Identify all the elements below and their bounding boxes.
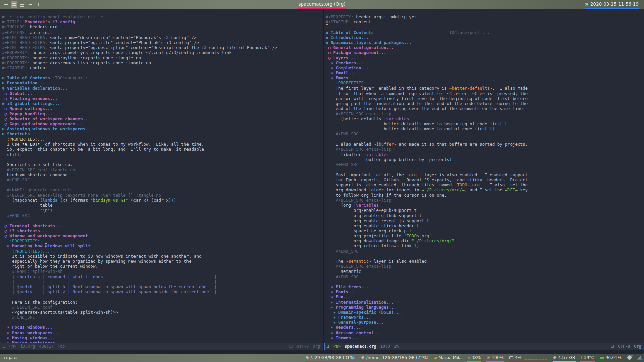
status-module-memory[interactable]: ◉4.57 GB bbox=[553, 354, 576, 362]
media-controls: ◀◀▶▶▶ bbox=[3, 354, 17, 362]
buffer-window-spacemacs-org[interactable]: #+PROPERTY: header-args: :mkdirp yes#+ST… bbox=[324, 9, 644, 343]
module-label: 4.57 GB bbox=[558, 355, 575, 360]
workspace-button-4[interactable] bbox=[27, 1, 34, 8]
module-label: /home: 126 GB/185 GB (72%) bbox=[366, 355, 429, 360]
buffer-line bbox=[2, 182, 323, 187]
clock-widget[interactable]: ◷ 2020-03-15 11-56-19 bbox=[585, 0, 639, 9]
cpu-graph: ________ bbox=[525, 355, 548, 360]
buffer-line: #+HTML_HEAD_EXTRA: <meta name="descripti… bbox=[2, 35, 323, 40]
buffer-line: ⊛ Shortcuts bbox=[2, 131, 323, 136]
workspace-switcher: + bbox=[3, 0, 42, 9]
buffer-line: ⚘ Domain-specific (DSLs)... bbox=[326, 310, 644, 315]
status-module-discord[interactable] bbox=[627, 354, 632, 362]
buffer-line: #+HTML_HEAD_EXTRA: <meta property="og:ti… bbox=[2, 40, 323, 45]
disk-icon: ◉ bbox=[553, 356, 557, 359]
status-module-temperature[interactable]: 39°C bbox=[580, 354, 595, 362]
buffer-line: bindsym shortcut command bbox=[2, 172, 323, 177]
workspace-button-1[interactable] bbox=[3, 1, 9, 8]
disk-icon: ◉ bbox=[306, 356, 309, 359]
buffer-line bbox=[2, 294, 323, 299]
workspace-button-3[interactable] bbox=[19, 1, 25, 8]
buffer-line bbox=[2, 70, 323, 75]
tray-badge: ts bbox=[640, 358, 643, 360]
buffer-line: | $mod+v | split v | Next window to spaw… bbox=[2, 289, 323, 294]
buffer-line: #+BEGIN_SRC conf :tangle no bbox=[2, 167, 323, 172]
buffer-line: #+BEGIN_SRC emacs-lisp bbox=[326, 111, 644, 116]
buffer-line: :PROPERTIES:... bbox=[2, 238, 323, 243]
buffer-line: (org :variables bbox=[326, 203, 644, 208]
buffer-line: # -*- org-confirm-babel-evaluate: nil -*… bbox=[2, 14, 323, 19]
buffer-line: #+END_SRC bbox=[326, 131, 644, 136]
media-next-button[interactable]: ▶▶ bbox=[14, 357, 17, 359]
window-number: 1 bbox=[3, 344, 5, 349]
buffer-line: ○ Global... bbox=[2, 91, 323, 96]
status-module-volume[interactable]: ◀38% bbox=[467, 354, 482, 362]
buffer-line: |-----------+---------+-----------------… bbox=[2, 279, 323, 284]
evil-state-indicator: <N> bbox=[333, 344, 341, 349]
status-module-network-tray[interactable]: ts bbox=[637, 354, 642, 362]
module-label: /: 29 GB/98 GB (31%) bbox=[311, 355, 356, 360]
buffer-line: ∗ File trees... bbox=[326, 284, 644, 289]
buffer-line: ⚘ Frameworks... bbox=[326, 315, 644, 320]
buffer-line: ∗ Version control... bbox=[326, 330, 644, 335]
status-module-disk-root[interactable]: ◉/: 29 GB/98 GB (31%) bbox=[305, 354, 356, 362]
buffer-line: The ~semantic~ layer is also enabled. bbox=[326, 259, 644, 264]
buffer-line: org-download folder for images in =~/Pic… bbox=[326, 187, 644, 192]
buffer-line: It is possible to indicate to i3 how win… bbox=[2, 254, 323, 259]
buffer-line: cursor will respectively first move to t… bbox=[326, 96, 644, 101]
buffer-line: #+BEGIN_SRC emacs-lisp bbox=[326, 264, 644, 269]
buffer-window-i3-org[interactable]: # -*- org-confirm-babel-evaluate: nil -*… bbox=[0, 9, 323, 343]
buffer-line: #+END_SRC bbox=[2, 213, 323, 218]
buffer-line: ○ Window and workspace management bbox=[2, 233, 323, 238]
cursor-position: 10:0 bbox=[380, 344, 390, 349]
buffer-line: especially how they are organized by spa… bbox=[2, 259, 323, 264]
buffer-line: ○ Popup handling... bbox=[2, 111, 323, 116]
echo-area bbox=[0, 350, 644, 354]
buffer-line: ∗ Fun... bbox=[326, 294, 644, 299]
buffer-line: org-enable-epub-support t bbox=[326, 208, 644, 213]
buffer-line: org-return-follows-link t) bbox=[326, 243, 644, 248]
buffer-line: #+END_SRC bbox=[326, 162, 644, 167]
buffer-line: #+BEGIN_SRC emacs-lisp bbox=[326, 147, 644, 152]
workspace-button-5-add[interactable]: + bbox=[35, 1, 42, 8]
buffer-line: ∗ Emacs bbox=[326, 75, 644, 80]
workspace-button-2[interactable] bbox=[11, 1, 17, 8]
buffer-line: it so that when a command equivalent to … bbox=[326, 91, 644, 96]
major-mode-indicator: Org bbox=[634, 344, 641, 349]
buffer-line: ∗ Internationalization... bbox=[326, 300, 644, 305]
desktop: + spacemacs.org (Org) ◷ 2020-03-15 11-56… bbox=[0, 0, 644, 362]
status-module-disk-home[interactable]: ◉/home: 126 GB/185 GB (72%) bbox=[361, 354, 429, 362]
status-module-cpu[interactable]: 4%________ bbox=[509, 354, 548, 362]
buffer-line: :PROPERTIES:... bbox=[2, 137, 323, 142]
cursor-position: 438:17 bbox=[39, 344, 53, 349]
buffer-line: #+PROPERTY: header-args :noweb yes :expo… bbox=[2, 50, 323, 55]
modeline-active: 2 <N> spacemacs.org 10:0 1% LF UTF-8 Org bbox=[324, 343, 644, 350]
buffer-line: :PROPERTIES:... bbox=[2, 249, 323, 254]
buffer-name: i3.org bbox=[20, 344, 35, 349]
volume-icon: ◀ bbox=[467, 356, 470, 359]
buffer-line: #+INCLUDE: headers.org bbox=[2, 24, 323, 29]
media-prev-button[interactable]: ◀◀ bbox=[3, 357, 7, 359]
buffer-line: "\n") bbox=[2, 208, 323, 213]
status-module-battery[interactable]: 96.01% bbox=[599, 354, 622, 362]
buffer-line: ⊛ Table of Contents :TOC:noexport:... bbox=[2, 75, 323, 80]
buffer-line: better-defaults-move-to-end-of-code-firs… bbox=[326, 126, 644, 131]
buffer-line: ⊛ Introduction... bbox=[326, 35, 644, 40]
status-module-brightness[interactable]: ☀100% bbox=[486, 354, 504, 362]
buffer-line: ⊛ Spacemacs layers and packages... bbox=[326, 40, 644, 45]
buffer-line: ∗ Managing how windows will split bbox=[2, 243, 323, 248]
status-module-wifi-network[interactable]: Marpa Mila bbox=[433, 354, 462, 362]
media-play-button[interactable]: ▶ bbox=[9, 356, 12, 360]
notification-badge bbox=[631, 355, 633, 357]
buffer-line bbox=[326, 254, 644, 259]
top-bar: + spacemacs.org (Org) ◷ 2020-03-15 11-56… bbox=[0, 0, 644, 9]
buffer-line: ∗ Email... bbox=[326, 70, 644, 75]
buffer-line bbox=[326, 167, 644, 172]
status-bar: ◀◀▶▶▶ ◉/: 29 GB/98 GB (31%)◉/home: 126 G… bbox=[0, 354, 644, 362]
buffer-line: ∗ Fonts... bbox=[326, 289, 644, 294]
scroll-percentage: 1% bbox=[394, 344, 399, 349]
battery-icon bbox=[600, 357, 604, 359]
buffer-line: org-projectile-file "TODOs.org" bbox=[326, 233, 644, 238]
buffer-line: going past the indentation and to the en… bbox=[326, 101, 644, 106]
buffer-line: #+PROPERTY: header-args: :mkdirp yes bbox=[326, 14, 644, 19]
